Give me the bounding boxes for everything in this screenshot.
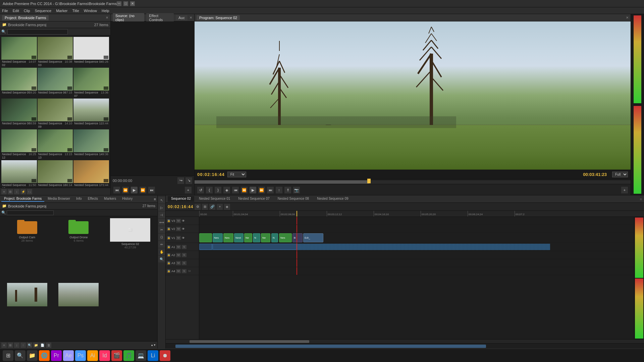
- tab-info[interactable]: Info: [73, 196, 85, 202]
- mark-out-button[interactable]: }: [215, 187, 221, 193]
- list-item[interactable]: Nested Sequence 12 16:25: [1, 129, 37, 160]
- track-select-tool[interactable]: ▷: [158, 204, 165, 211]
- lower-delete[interactable]: 🗑: [46, 343, 51, 348]
- audio-tab[interactable]: Auc: [176, 15, 187, 20]
- lower-new-bin[interactable]: 📁: [33, 343, 39, 348]
- list-item[interactable]: Nested Sequence 17 3:44: [73, 160, 109, 188]
- taskbar-ai[interactable]: Ai: [87, 350, 98, 361]
- zoom-bar[interactable]: [175, 345, 486, 348]
- menu-sequence[interactable]: Sequence: [35, 9, 52, 13]
- v1-clip-5[interactable]: Ne: [244, 233, 252, 242]
- v1-clip-11[interactable]: DJI_: [303, 233, 323, 242]
- maximize-button[interactable]: □: [123, 1, 128, 6]
- v1-clip-1[interactable]: [199, 233, 212, 242]
- menu-help[interactable]: Help: [102, 9, 109, 13]
- v1-clip-10[interactable]: B: [292, 233, 303, 242]
- tl-tab-nested07[interactable]: Nested Sequence 07: [235, 196, 273, 202]
- scrubber-handle[interactable]: [367, 179, 371, 183]
- taskbar-record[interactable]: ⏺: [160, 350, 170, 361]
- timeline-timecode[interactable]: 00:02:16:44: [168, 204, 193, 209]
- taskbar-files[interactable]: 📁: [27, 350, 38, 361]
- v1-clip-9[interactable]: Nes: [279, 233, 292, 242]
- track-vis-v3[interactable]: 👁: [182, 219, 185, 223]
- step-forward-button[interactable]: ⏭: [267, 187, 274, 193]
- source-tab[interactable]: Source: (no clips): [113, 13, 144, 22]
- list-item[interactable]: Nested Sequence 06 7:15: [38, 68, 73, 98]
- lower-sort[interactable]: ↕: [14, 343, 19, 348]
- mark-in-button[interactable]: {: [206, 187, 213, 193]
- list-item[interactable]: Nested Sequence 11 5:44: [73, 99, 109, 129]
- taskbar-id[interactable]: Id: [99, 350, 110, 361]
- track-lock-a3[interactable]: 🔒: [167, 261, 170, 265]
- timeline-scrollbar[interactable]: [166, 339, 644, 343]
- v1-clip-7[interactable]: Ne: [261, 233, 270, 242]
- fit-dropdown[interactable]: Fit 25% 50% 100% Full: [227, 172, 246, 177]
- list-item[interactable]: Nested Sequence 05 9:20: [1, 68, 37, 98]
- track-solo-a4[interactable]: S: [182, 269, 186, 273]
- list-item[interactable]: Output Cam 28 Items: [2, 218, 52, 282]
- list-item[interactable]: [2, 283, 52, 340]
- minimize-button[interactable]: ─: [117, 1, 121, 6]
- list-item[interactable]: Nested Sequence 08 8:59: [1, 99, 37, 129]
- track-lock-a2[interactable]: 🔒: [167, 253, 170, 257]
- list-item[interactable]: Nested Sequence 07 13:36: [73, 68, 109, 98]
- add-marker-button[interactable]: ◈: [223, 187, 230, 193]
- timeline-marker-button[interactable]: ◈: [224, 204, 230, 210]
- tl-tab-nested09[interactable]: Nested Sequence 09: [314, 196, 352, 202]
- track-vis-v1[interactable]: 👁: [182, 236, 185, 240]
- taskbar-premiere[interactable]: Pr: [51, 350, 62, 361]
- v1-clip-4[interactable]: Nest: [234, 233, 244, 242]
- icon-view-button[interactable]: ⊞: [8, 189, 13, 194]
- source-close-icon[interactable]: ✕: [190, 16, 192, 19]
- taskbar-start[interactable]: ⊞: [3, 350, 13, 361]
- track-lock-v3[interactable]: 🔒: [167, 219, 170, 223]
- list-item[interactable]: Nested Sequence 16 6:14: [38, 160, 73, 188]
- search-input[interactable]: [7, 29, 68, 35]
- track-solo-a1[interactable]: S: [182, 245, 186, 249]
- source-insert-button[interactable]: ↪: [177, 177, 184, 184]
- tab-effects[interactable]: Effects: [85, 196, 101, 202]
- track-lock-a4[interactable]: 🔒: [167, 269, 170, 273]
- program-add-button[interactable]: +: [621, 187, 628, 193]
- track-mute-v1[interactable]: M: [176, 236, 181, 240]
- timeline-snap-button[interactable]: ⊞: [202, 204, 208, 210]
- lower-automate[interactable]: ↑: [20, 343, 26, 348]
- source-step-forward-button[interactable]: ⏭: [148, 187, 155, 193]
- timeline-add-track-button[interactable]: +: [217, 204, 223, 210]
- lower-list-view[interactable]: ≡: [1, 343, 7, 348]
- lower-find[interactable]: 🔍: [27, 343, 32, 348]
- timeline-settings-button[interactable]: ⚙: [195, 204, 201, 210]
- track-mute-v2[interactable]: M: [176, 227, 181, 231]
- taskbar-extra2[interactable]: 🎵: [123, 350, 134, 361]
- scroll-thumb[interactable]: [190, 340, 309, 343]
- rewind-button[interactable]: ⏪: [241, 187, 248, 193]
- list-item[interactable]: Nested Sequence 04 5:26: [73, 37, 109, 67]
- lower-search-input[interactable]: [7, 210, 54, 215]
- list-item[interactable]: Nested Sequence 09 14:10: [38, 99, 73, 129]
- tab-media-browser[interactable]: Media Browser: [45, 196, 73, 202]
- v1-clip-8[interactable]: N: [271, 233, 278, 242]
- v1-clip-6[interactable]: N: [253, 233, 260, 242]
- quality-dropdown[interactable]: Full 1/2 1/4: [612, 172, 628, 177]
- tl-tab-seq02[interactable]: Sequence 02: [168, 196, 194, 202]
- source-add-button[interactable]: +: [185, 187, 192, 193]
- source-rewind-button[interactable]: ⏪: [122, 187, 129, 193]
- extract-button[interactable]: ⇑: [284, 187, 291, 193]
- menu-title[interactable]: Title: [72, 9, 79, 13]
- taskbar-extra3[interactable]: 💻: [136, 350, 146, 361]
- razor-tool[interactable]: ✂: [158, 226, 165, 233]
- source-overwrite-button[interactable]: ↘: [185, 177, 192, 184]
- export-frame-button[interactable]: 📷: [293, 187, 300, 193]
- timeline-link-button[interactable]: 🔗: [209, 204, 215, 210]
- a1-clip-1[interactable]: [199, 244, 212, 250]
- program-close-icon[interactable]: ✕: [626, 16, 629, 19]
- list-item[interactable]: Nested Sequence 15 11:50: [1, 160, 37, 188]
- list-item[interactable]: [54, 283, 104, 340]
- source-forward-button[interactable]: ⏩: [140, 187, 146, 193]
- track-lock-v2[interactable]: 🔒: [167, 227, 170, 231]
- menu-marker[interactable]: Marker: [56, 9, 67, 13]
- taskbar-browser[interactable]: 🌐: [39, 350, 50, 361]
- tab-markers[interactable]: Markers: [101, 196, 119, 202]
- list-item[interactable]: Nested Sequence 13 13:15: [38, 129, 73, 160]
- tab-history[interactable]: History: [119, 196, 135, 202]
